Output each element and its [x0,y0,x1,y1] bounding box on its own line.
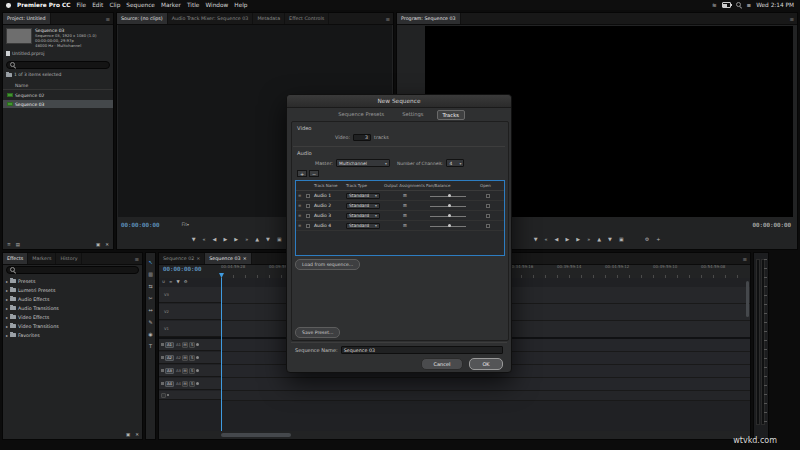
table-row-audio-1[interactable]: ≡ Audio 1 Standard▾ ⊞ [296,191,504,201]
effects-folder-audio-transitions[interactable]: ▸ Audio Transitions [6,304,142,312]
track-checkbox[interactable] [306,214,310,218]
mute-button[interactable]: M [182,381,188,387]
tab-sequence-02[interactable]: Sequence 02 × [159,253,205,264]
track-header-a4[interactable]: A4 A4 M S [159,378,221,390]
ripple-edit-tool-icon[interactable]: ⇆ [148,283,152,289]
add-marker-icon[interactable]: ▼ [192,236,196,242]
step-forward-icon[interactable]: ▶ [576,236,580,242]
pan-balance-slider[interactable] [426,203,474,209]
new-bin-icon[interactable]: ▣ [126,432,130,437]
track-header-v3[interactable]: V3 [159,287,221,303]
new-bin-icon[interactable]: ▣ [96,242,100,247]
tab-effect-controls[interactable]: Effect Controls [285,13,329,24]
source-assign-badge[interactable]: A2 [165,355,174,361]
tab-program[interactable]: Program: Sequence 03 [397,13,461,24]
export-frame-icon[interactable]: ▣ [619,236,624,242]
lock-icon[interactable] [161,356,164,359]
go-to-out-icon[interactable]: » [245,236,248,242]
tab-source[interactable]: Source: (no clips) [117,13,168,24]
mute-button[interactable]: M [182,342,188,348]
pan-balance-slider[interactable] [426,223,474,229]
panel-menu-icon[interactable]: ≡ [102,13,113,24]
track-header-a3[interactable]: A3 A3 M S [159,365,221,377]
cancel-button[interactable]: Cancel [421,358,463,370]
track-type-select[interactable]: Standard▾ [346,193,380,199]
tab-markers[interactable]: Markers [28,253,56,264]
drag-handle-icon[interactable]: ≡ [298,203,306,208]
button-editor-icon[interactable]: + [656,236,660,242]
tab-tracks[interactable]: Tracks [437,110,465,120]
sequence-name-input[interactable]: Sequence 03 [341,346,503,354]
output-assignment-icon[interactable]: ⊞ [403,203,407,208]
menu-item-file[interactable]: File [76,2,86,8]
go-to-in-icon[interactable]: « [545,236,548,242]
selection-tool-icon[interactable]: ↖ [148,259,152,265]
solo-button[interactable]: S [189,355,195,361]
slip-tool-icon[interactable]: ↔ [148,307,152,313]
list-view-icon[interactable]: ≡ [7,242,11,247]
source-assign-badge[interactable]: A1 [165,342,174,348]
track-type-select[interactable]: Standard▾ [346,213,380,219]
pan-balance-slider[interactable] [426,193,474,199]
output-assignment-icon[interactable]: ⊞ [403,213,407,218]
step-back-icon[interactable]: ◀ [213,236,217,242]
icon-view-icon[interactable]: ▤ [16,242,20,247]
lock-icon[interactable] [161,343,164,346]
output-assignment-icon[interactable]: ⊞ [403,193,407,198]
menu-item-window[interactable]: Window [205,2,228,8]
solo-button[interactable]: S [189,381,195,387]
drag-handle-icon[interactable]: ≡ [298,213,306,218]
table-row-audio-3[interactable]: ≡ Audio 3 Standard▾ ⊞ [296,211,504,221]
add-track-button[interactable]: + [297,170,307,177]
timeline-settings-icon[interactable]: ⚙ [184,279,188,284]
source-assign-badge[interactable]: A3 [165,368,174,374]
open-checkbox[interactable] [486,224,490,228]
record-arm-icon[interactable] [196,343,199,346]
mute-button[interactable]: M [182,368,188,374]
snap-icon[interactable]: ∪ [162,279,165,284]
effects-folder-lumetri[interactable]: ▸ Lumetri Presets [6,286,142,294]
track-select-tool-icon[interactable]: ▥ [148,271,153,277]
razor-tool-icon[interactable]: ✂ [148,295,152,301]
insert-icon[interactable]: ▲ [255,236,259,242]
wifi-icon[interactable]: ≋ [712,2,717,8]
effects-folder-audio-effects[interactable]: ▸ Audio Effects [6,295,142,303]
tab-sequence-03[interactable]: Sequence 03 × [205,253,251,264]
lock-icon[interactable] [161,382,164,385]
track-checkbox[interactable] [306,224,310,228]
effects-folder-presets[interactable]: ▸ Presets [6,277,142,285]
tab-history[interactable]: History [56,253,82,264]
table-row-audio-4[interactable]: ≡ Audio 4 Standard▾ ⊞ [296,221,504,231]
extract-icon[interactable]: ▼ [608,236,612,242]
solo-button[interactable]: S [189,368,195,374]
menu-item-title[interactable]: Title [187,2,199,8]
col-open[interactable]: Open [480,183,496,188]
add-marker-icon[interactable]: ▼ [534,236,538,242]
vertical-scrollbar[interactable] [746,281,749,317]
channels-select[interactable]: 4 ▾ [446,159,464,167]
settings-wrench-icon[interactable]: ⚙ [645,236,649,242]
record-arm-icon[interactable] [196,369,199,372]
tab-project[interactable]: Project: Untitled [3,13,51,24]
master-select[interactable]: Multichannel ▾ [336,159,390,167]
tab-metadata[interactable]: Metadata [253,13,285,24]
project-item-sequence-02[interactable]: Sequence 02 [3,91,113,99]
play-icon[interactable]: ▶ [223,236,227,242]
dialog-title-bar[interactable]: New Sequence [287,95,511,108]
open-checkbox[interactable] [486,214,490,218]
overwrite-icon[interactable]: ▼ [266,236,270,242]
delete-icon[interactable]: ✕ [105,242,109,247]
close-icon[interactable]: × [243,256,247,261]
remove-track-button[interactable]: − [309,170,319,177]
effects-folder-video-effects[interactable]: ▸ Video Effects [6,313,142,321]
source-timecode[interactable]: 00:00:00:00 [121,222,159,228]
track-header-v2[interactable]: V2 [159,304,221,320]
export-frame-icon[interactable]: ▣ [277,236,282,242]
project-search-input[interactable] [6,61,110,69]
notification-center-icon[interactable]: ≡ [747,2,752,8]
menu-item-help[interactable]: Help [234,2,247,8]
lock-icon[interactable] [161,369,164,372]
col-track-type[interactable]: Track Type [346,183,384,188]
panel-menu-icon[interactable]: ≡ [739,253,750,264]
col-output-assignments[interactable]: Output Assignments [384,183,426,188]
